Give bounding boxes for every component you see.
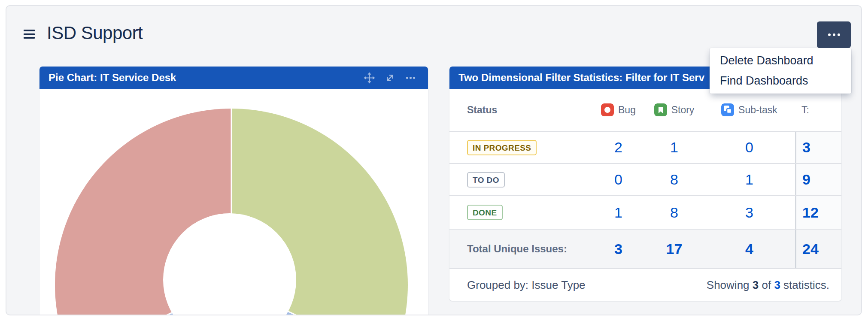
- grand-total-value[interactable]: 24: [802, 241, 819, 257]
- table-row-in-progress: IN PROGRESS 2 1 0 3: [449, 131, 841, 163]
- cell-value[interactable]: 0: [745, 139, 753, 155]
- column-total-value[interactable]: 17: [666, 241, 683, 257]
- table-row-to-do: TO DO 0 8 1 9: [449, 163, 841, 195]
- subtask-icon: [721, 103, 734, 116]
- cell-value[interactable]: 0: [614, 171, 622, 188]
- row-total-value[interactable]: 12: [802, 204, 819, 221]
- pie-chart-body: [39, 89, 428, 315]
- stats-footer: Grouped by: Issue Type Showing 3 of 3 st…: [449, 268, 841, 301]
- status-badge-done: DONE: [467, 205, 503, 220]
- dashboard-more-menu: Delete Dashboard Find Dashboards: [710, 48, 851, 94]
- more-options-icon: [828, 33, 831, 36]
- status-badge-in-progress: IN PROGRESS: [467, 140, 537, 155]
- column-header-subtask: Sub-task: [738, 104, 777, 116]
- pie-gadget-title: Pie Chart: IT Service Desk: [49, 72, 176, 84]
- cell-value[interactable]: 8: [670, 171, 678, 188]
- showing-statistics-text: Showing 3 of 3 statistics.: [707, 279, 829, 292]
- column-header-status: Status: [467, 104, 497, 115]
- bug-icon: [601, 103, 614, 116]
- stats-gadget-title: Two Dimensional Filter Statistics: Filte…: [458, 72, 704, 84]
- total-row-label: Total Unique Issues:: [467, 243, 567, 254]
- dashboard-panel: ISD Support Pie Chart: IT Service Desk: [6, 5, 862, 315]
- menu-item-find-dashboards[interactable]: Find Dashboards: [710, 71, 851, 91]
- expand-gadget-icon[interactable]: [385, 73, 395, 83]
- grouped-by-label: Grouped by: Issue Type: [467, 279, 586, 292]
- dashboard-more-button[interactable]: [817, 21, 851, 48]
- cell-value[interactable]: 8: [670, 204, 678, 221]
- menu-item-delete-dashboard[interactable]: Delete Dashboard: [710, 51, 851, 71]
- hamburger-menu-icon[interactable]: [24, 30, 35, 39]
- status-badge-to-do: TO DO: [467, 172, 505, 188]
- donut-chart: [39, 89, 428, 315]
- jira-dashboard-screen: ISD Support Pie Chart: IT Service Desk: [0, 0, 868, 321]
- cell-value[interactable]: 2: [614, 139, 622, 155]
- table-row-done: DONE 1 8 3 12: [449, 195, 841, 229]
- cell-value[interactable]: 1: [670, 139, 678, 155]
- column-header-total: T:: [801, 104, 809, 116]
- column-header-story: Story: [671, 104, 695, 116]
- story-icon: [654, 103, 667, 116]
- column-total-value[interactable]: 3: [614, 241, 622, 257]
- column-total-value[interactable]: 4: [745, 241, 753, 257]
- page-title: ISD Support: [47, 22, 143, 44]
- pie-gadget-header: Pie Chart: IT Service Desk: [39, 67, 428, 89]
- cell-value[interactable]: 1: [614, 204, 622, 221]
- row-total-value[interactable]: 3: [802, 139, 810, 156]
- row-total-value[interactable]: 9: [802, 171, 810, 188]
- stats-table: Status Bug: [449, 89, 841, 301]
- pie-gadget-more-icon[interactable]: [405, 72, 416, 84]
- column-header-bug: Bug: [618, 104, 636, 116]
- pie-chart-gadget: Pie Chart: IT Service Desk: [39, 67, 428, 315]
- cell-value[interactable]: 1: [745, 171, 753, 188]
- table-total-row: Total Unique Issues: 3 17 4 24: [449, 229, 841, 268]
- stats-gadget: Two Dimensional Filter Statistics: Filte…: [449, 67, 841, 301]
- move-gadget-icon[interactable]: [364, 72, 375, 84]
- cell-value[interactable]: 3: [745, 204, 753, 221]
- stats-header-row: Status Bug: [449, 89, 841, 131]
